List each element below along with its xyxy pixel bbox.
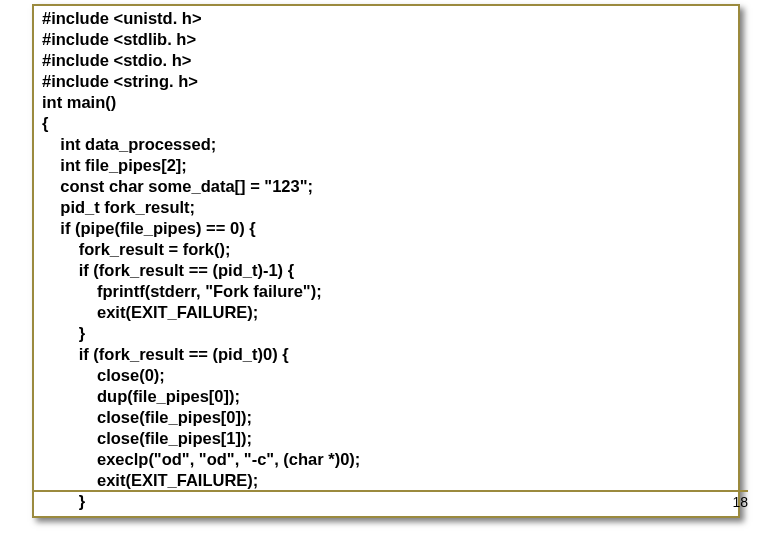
code-line: if (fork_result == (pid_t)0) {	[42, 345, 289, 363]
code-line: exit(EXIT_FAILURE);	[42, 303, 258, 321]
code-line: const char some_data[] = "123";	[42, 177, 313, 195]
code-line: close(file_pipes[1]);	[42, 429, 252, 447]
code-line: close(0);	[42, 366, 165, 384]
code-line: #include <string. h>	[42, 72, 198, 90]
slide: #include <unistd. h> #include <stdlib. h…	[0, 0, 780, 540]
code-line: #include <stdio. h>	[42, 51, 191, 69]
footer-rule	[32, 490, 748, 492]
code-line: fprintf(stderr, "Fork failure");	[42, 282, 322, 300]
code-block: #include <unistd. h> #include <stdlib. h…	[42, 8, 730, 512]
code-line: }	[42, 324, 85, 342]
code-line: close(file_pipes[0]);	[42, 408, 252, 426]
code-line: execlp("od", "od", "-c", (char *)0);	[42, 450, 360, 468]
code-line: exit(EXIT_FAILURE);	[42, 471, 258, 489]
code-line: dup(file_pipes[0]);	[42, 387, 240, 405]
code-line: {	[42, 114, 48, 132]
code-line: if (pipe(file_pipes) == 0) {	[42, 219, 256, 237]
code-box: #include <unistd. h> #include <stdlib. h…	[32, 4, 740, 518]
code-line: if (fork_result == (pid_t)-1) {	[42, 261, 294, 279]
code-line: #include <unistd. h>	[42, 9, 202, 27]
code-line: int file_pipes[2];	[42, 156, 187, 174]
code-line: #include <stdlib. h>	[42, 30, 196, 48]
page-number: 18	[732, 494, 748, 510]
code-line: int main()	[42, 93, 116, 111]
code-line: int data_processed;	[42, 135, 216, 153]
code-line: }	[42, 492, 85, 510]
code-line: pid_t fork_result;	[42, 198, 195, 216]
code-line: fork_result = fork();	[42, 240, 230, 258]
